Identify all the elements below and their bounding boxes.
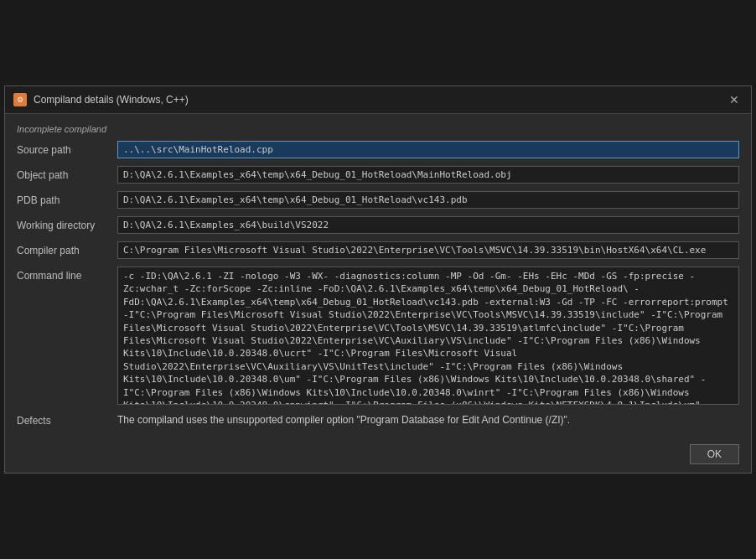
section-label: Incomplete compiland <box>17 124 739 134</box>
object-path-value: D:\QA\2.6.1\Examples_x64\temp\x64_Debug_… <box>117 166 739 184</box>
source-path-value: ..\..\src\MainHotReload.cpp <box>117 141 739 158</box>
compiland-details-dialog: ⚙ Compiland details (Windows, C++) ✕ Inc… <box>4 85 752 474</box>
source-path-label: Source path <box>17 141 117 156</box>
command-line-row: Command line -c -ID:\QA\2.6.1 -ZI -nolog… <box>17 267 739 405</box>
title-bar: ⚙ Compiland details (Windows, C++) ✕ <box>5 86 751 114</box>
defects-row: Defects The compiland uses the unsupport… <box>17 411 739 427</box>
pdb-path-value: D:\QA\2.6.1\Examples_x64\temp\x64_Debug_… <box>117 191 739 209</box>
compiler-path-row: Compiler path C:\Program Files\Microsoft… <box>17 241 739 263</box>
object-path-label: Object path <box>17 166 117 181</box>
ok-button[interactable]: OK <box>690 444 739 464</box>
pdb-path-label: PDB path <box>17 191 117 206</box>
object-path-row: Object path D:\QA\2.6.1\Examples_x64\tem… <box>17 166 739 188</box>
dialog-title: Compiland details (Windows, C++) <box>34 94 719 106</box>
source-path-row: Source path ..\..\src\MainHotReload.cpp <box>17 141 739 163</box>
command-line-label: Command line <box>17 267 117 282</box>
defects-value: The compiland uses the unsupported compi… <box>117 411 739 427</box>
working-directory-row: Working directory D:\QA\2.6.1\Examples_x… <box>17 216 739 238</box>
command-line-value[interactable]: -c -ID:\QA\2.6.1 -ZI -nologo -W3 -WX- -d… <box>117 267 739 405</box>
dialog-footer: OK <box>5 437 751 473</box>
compiler-path-label: Compiler path <box>17 241 117 256</box>
working-directory-value: D:\QA\2.6.1\Examples_x64\build\VS2022 <box>117 216 739 234</box>
compiler-path-value: C:\Program Files\Microsoft Visual Studio… <box>117 241 739 259</box>
working-directory-label: Working directory <box>17 216 117 231</box>
dialog-icon: ⚙ <box>13 93 27 106</box>
close-button[interactable]: ✕ <box>726 91 743 108</box>
defects-label: Defects <box>17 411 117 427</box>
pdb-path-row: PDB path D:\QA\2.6.1\Examples_x64\temp\x… <box>17 191 739 213</box>
dialog-body: Incomplete compiland Source path ..\..\s… <box>5 114 751 437</box>
